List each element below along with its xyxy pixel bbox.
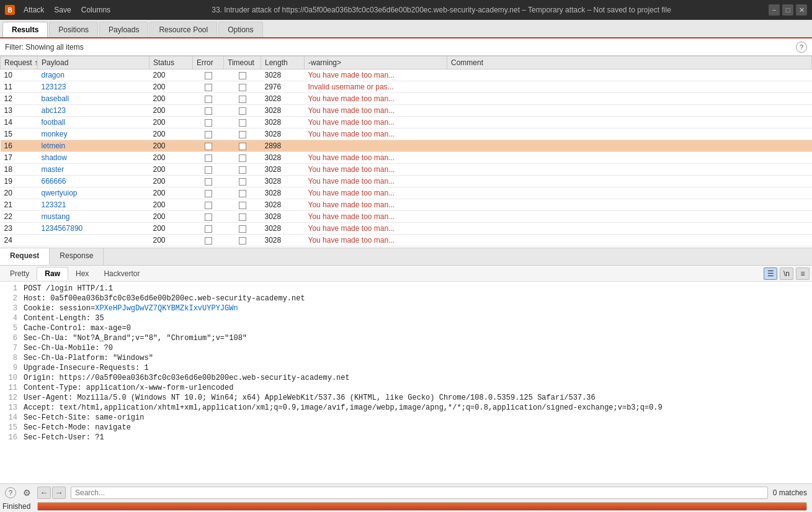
editor-tab-pretty[interactable]: Pretty: [2, 267, 37, 280]
cell-timeout: [224, 93, 261, 105]
cell-request-id: 10: [1, 70, 38, 81]
cell-length: 3028: [261, 187, 305, 199]
cell-payload: 123123: [38, 81, 149, 93]
cell-comment: [447, 199, 812, 211]
cell-warning: You have made too man...: [305, 211, 447, 223]
cell-status: 200: [149, 187, 193, 199]
cell-error: [193, 235, 224, 246]
cell-request-id: 16: [1, 140, 38, 152]
nav-forward-button[interactable]: →: [52, 487, 66, 499]
cell-status: 200: [149, 93, 193, 105]
status-bar: ? ⚙ ← → 0 matches: [0, 483, 812, 501]
editor-tab-hackvertor[interactable]: Hackvertor: [96, 267, 147, 280]
tab-payloads[interactable]: Payloads: [99, 22, 148, 37]
cell-length: 3028: [261, 70, 305, 81]
cell-error: [193, 140, 224, 152]
cell-request-id: 19: [1, 176, 38, 187]
col-header-comment[interactable]: Comment: [447, 56, 812, 70]
code-line: 5Cache-Control: max-age=0: [0, 324, 812, 334]
cell-error: [193, 199, 224, 211]
menu-save[interactable]: Save: [50, 4, 74, 16]
table-row[interactable]: 22mustang2003028You have made too man...: [1, 211, 812, 223]
table-row[interactable]: 17shadow2003028You have made too man...: [1, 152, 812, 164]
cell-error: [193, 211, 224, 223]
cell-length: 3028: [261, 199, 305, 211]
nav-back-button[interactable]: ←: [37, 487, 51, 499]
col-header-length[interactable]: Length: [261, 56, 305, 70]
table-row[interactable]: 13abc1232003028You have made too man...: [1, 105, 812, 117]
cell-request-id: 18: [1, 164, 38, 176]
status-help-button[interactable]: ?: [5, 487, 16, 498]
matches-count: 0 matches: [773, 488, 807, 497]
menu-attack[interactable]: Attack: [20, 4, 48, 16]
cell-request-id: 22: [1, 211, 38, 223]
table-row[interactable]: 15monkey2003028You have made too man...: [1, 128, 812, 140]
cell-timeout: [224, 70, 261, 81]
cell-comment: [447, 152, 812, 164]
col-header-error[interactable]: Error: [193, 56, 224, 70]
cell-status: 200: [149, 152, 193, 164]
toolbar-list-button[interactable]: ☰: [764, 267, 777, 280]
cell-length: 2976: [261, 81, 305, 93]
tab-resource-pool[interactable]: Resource Pool: [149, 22, 217, 37]
cell-timeout: [224, 140, 261, 152]
tab-options[interactable]: Options: [218, 22, 262, 37]
cell-length: 3028: [261, 211, 305, 223]
minimize-button[interactable]: −: [769, 4, 780, 16]
close-button[interactable]: ✕: [796, 4, 807, 16]
cell-length: 3028: [261, 152, 305, 164]
cell-error: [193, 187, 224, 199]
cell-timeout: [224, 105, 261, 117]
table-row[interactable]: 20qwertyuiop2003028You have made too man…: [1, 187, 812, 199]
cell-error: [193, 223, 224, 235]
cell-request-id: 11: [1, 81, 38, 93]
cell-payload: monkey: [38, 128, 149, 140]
table-row[interactable]: 18master2003028You have made too man...: [1, 164, 812, 176]
status-gear-button[interactable]: ⚙: [21, 487, 32, 498]
toolbar-menu-button[interactable]: ≡: [796, 267, 810, 280]
table-row[interactable]: 14football2003028You have made too man..…: [1, 117, 812, 128]
cell-warning: You have made too man...: [305, 128, 447, 140]
tab-request[interactable]: Request: [0, 248, 50, 265]
search-input[interactable]: [71, 487, 768, 499]
col-header-status[interactable]: Status: [149, 56, 193, 70]
cell-status: 200: [149, 176, 193, 187]
filter-help-button[interactable]: ?: [796, 42, 807, 53]
table-row[interactable]: 2312345678902003028You have made too man…: [1, 223, 812, 235]
table-row[interactable]: 111231232002976Invalid username or pas..…: [1, 81, 812, 93]
cell-payload: qwertyuiop: [38, 187, 149, 199]
tab-positions[interactable]: Positions: [49, 22, 98, 37]
status-nav: ← →: [37, 487, 66, 499]
table-row[interactable]: 16letmein2002898: [1, 140, 812, 152]
col-header-request[interactable]: Request ↑: [1, 56, 38, 70]
cell-error: [193, 164, 224, 176]
tab-results[interactable]: Results: [2, 22, 48, 37]
cell-payload: master: [38, 164, 149, 176]
editor-tab-raw[interactable]: Raw: [37, 267, 68, 280]
table-row[interactable]: 242003028You have made too man...: [1, 235, 812, 246]
editor-tab-hex[interactable]: Hex: [68, 267, 96, 280]
cell-comment: [447, 223, 812, 235]
maximize-button[interactable]: □: [782, 4, 793, 16]
tab-response[interactable]: Response: [50, 248, 104, 265]
code-line: 1POST /login HTTP/1.1: [0, 284, 812, 294]
table-row[interactable]: 12baseball2003028You have made too man..…: [1, 93, 812, 105]
col-header-warning[interactable]: -warning>: [305, 56, 447, 70]
code-editor[interactable]: 1POST /login HTTP/1.12Host: 0a5f00ea036b…: [0, 282, 812, 483]
toolbar-newline-button[interactable]: \n: [780, 267, 793, 280]
editor-tab-bar: Pretty Raw Hex Hackvertor ☰ \n ≡: [0, 266, 812, 282]
table-row[interactable]: 196666662003028You have made too man...: [1, 176, 812, 187]
cell-payload: abc123: [38, 105, 149, 117]
cell-error: [193, 93, 224, 105]
table-row[interactable]: 211233212003028You have made too man...: [1, 199, 812, 211]
col-header-timeout[interactable]: Timeout: [224, 56, 261, 70]
cell-request-id: 17: [1, 152, 38, 164]
cell-payload: 1234567890: [38, 223, 149, 235]
menu-columns[interactable]: Columns: [78, 4, 114, 16]
cell-length: 2898: [261, 140, 305, 152]
code-line: 16Sec-Fetch-User: ?1: [0, 433, 812, 443]
cell-comment: [447, 187, 812, 199]
title-bar: B Attack Save Columns 33. Intruder attac…: [0, 0, 812, 20]
col-header-payload[interactable]: Payload: [38, 56, 149, 70]
table-row[interactable]: 10dragon2003028You have made too man...: [1, 70, 812, 81]
